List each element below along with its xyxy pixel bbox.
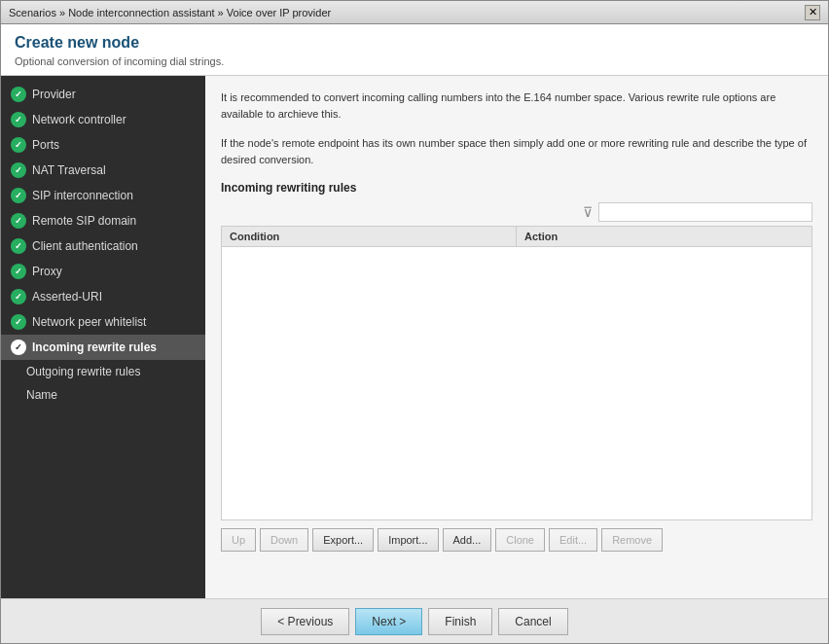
action-bar: UpDownExport...Import...Add...CloneEdit.… xyxy=(221,520,812,555)
sidebar-item-sip-interconnection[interactable]: SIP interconnection xyxy=(1,183,205,208)
sidebar-item-label: NAT Traversal xyxy=(32,163,106,177)
check-icon xyxy=(11,87,26,102)
check-icon xyxy=(11,289,26,304)
up-button: Up xyxy=(221,528,256,552)
check-icon xyxy=(11,314,26,330)
sidebar-item-label: Network peer whitelist xyxy=(32,315,146,329)
table-header: Condition Action xyxy=(222,227,811,247)
description-line2: If the node's remote endpoint has its ow… xyxy=(221,135,812,167)
check-icon xyxy=(11,137,26,153)
sidebar-item-name[interactable]: Name xyxy=(1,383,205,407)
remove-button: Remove xyxy=(601,528,663,552)
content-area: ProviderNetwork controllerPortsNAT Trave… xyxy=(1,76,828,598)
down-button: Down xyxy=(260,528,308,552)
rules-table: Condition Action xyxy=(221,226,812,520)
check-icon xyxy=(11,112,26,127)
section-title: Incoming rewriting rules xyxy=(221,181,812,195)
sidebar-item-label: Network controller xyxy=(32,113,126,126)
sidebar-item-label: Provider xyxy=(32,88,76,101)
sidebar-item-incoming-rewrite-rules[interactable]: Incoming rewrite rules xyxy=(1,335,205,360)
sidebar-item-client-authentication[interactable]: Client authentication xyxy=(1,233,205,259)
next-button[interactable]: Next > xyxy=(355,608,422,635)
main-content: It is recommended to convert incoming ca… xyxy=(205,76,828,598)
sidebar-item-label: Remote SIP domain xyxy=(32,214,136,228)
import-button[interactable]: Import... xyxy=(378,528,438,552)
filter-bar: ⊽ xyxy=(221,202,812,222)
clone-button: Clone xyxy=(495,528,545,552)
page-subtitle: Optional conversion of incoming dial str… xyxy=(15,55,814,67)
sidebar-item-label: Client authentication xyxy=(32,239,138,253)
previous-button[interactable]: < Previous xyxy=(261,608,349,635)
sidebar-item-remote-sip-domain[interactable]: Remote SIP domain xyxy=(1,208,205,233)
check-icon xyxy=(11,213,26,229)
sidebar-item-network-controller[interactable]: Network controller xyxy=(1,107,205,132)
main-window: Scenarios » Node interconnection assista… xyxy=(0,0,829,644)
column-action: Action xyxy=(517,227,811,246)
sidebar: ProviderNetwork controllerPortsNAT Trave… xyxy=(1,76,205,598)
finish-button[interactable]: Finish xyxy=(428,608,492,635)
check-icon xyxy=(11,238,26,254)
sidebar-item-asserted-uri[interactable]: Asserted-URI xyxy=(1,284,205,309)
sidebar-item-network-peer-whitelist[interactable]: Network peer whitelist xyxy=(1,309,205,335)
sidebar-item-proxy[interactable]: Proxy xyxy=(1,259,205,284)
footer: < Previous Next > Finish Cancel xyxy=(1,598,828,643)
sidebar-item-label: Incoming rewrite rules xyxy=(32,340,157,354)
filter-input[interactable] xyxy=(598,202,812,222)
sidebar-item-ports[interactable]: Ports xyxy=(1,132,205,158)
active-icon xyxy=(11,340,26,355)
sidebar-item-label: Ports xyxy=(32,138,59,152)
add-button[interactable]: Add... xyxy=(443,528,492,552)
check-icon xyxy=(11,264,26,279)
close-button[interactable]: ✕ xyxy=(805,5,820,20)
page-title: Create new node xyxy=(15,34,814,52)
check-icon xyxy=(11,162,26,178)
edit-button: Edit... xyxy=(549,528,597,552)
cancel-button[interactable]: Cancel xyxy=(498,608,567,635)
sidebar-item-label: SIP interconnection xyxy=(32,189,133,202)
check-icon xyxy=(11,188,26,203)
table-body xyxy=(222,247,811,519)
column-condition: Condition xyxy=(222,227,517,246)
sidebar-item-label: Asserted-URI xyxy=(32,290,102,304)
sidebar-item-label: Proxy xyxy=(32,265,62,278)
title-bar-text: Scenarios » Node interconnection assista… xyxy=(9,7,331,18)
filter-icon: ⊽ xyxy=(583,204,593,220)
header: Create new node Optional conversion of i… xyxy=(1,24,828,76)
sidebar-item-label: Outgoing rewrite rules xyxy=(26,365,140,378)
sidebar-item-outgoing-rewrite-rules[interactable]: Outgoing rewrite rules xyxy=(1,360,205,383)
main-panel: It is recommended to convert incoming ca… xyxy=(205,76,828,598)
title-bar: Scenarios » Node interconnection assista… xyxy=(1,1,828,24)
export-button[interactable]: Export... xyxy=(312,528,374,552)
sidebar-item-provider[interactable]: Provider xyxy=(1,82,205,107)
sidebar-item-label: Name xyxy=(26,388,57,402)
description-line1: It is recommended to convert incoming ca… xyxy=(221,89,812,122)
sidebar-item-nat-traversal[interactable]: NAT Traversal xyxy=(1,158,205,183)
